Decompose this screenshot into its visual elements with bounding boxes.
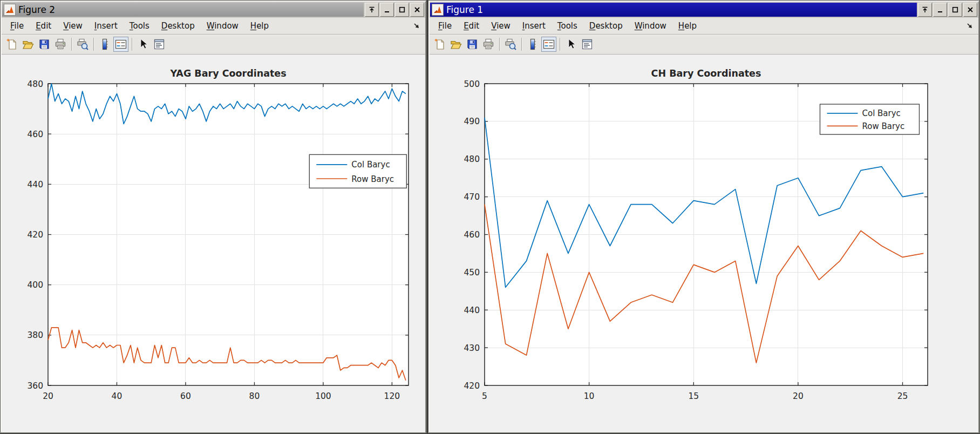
- toolbar-separator: [132, 38, 132, 51]
- menu-item-desktop[interactable]: Desktop: [583, 19, 629, 32]
- edit-plot-button[interactable]: [135, 37, 151, 52]
- save-figure-button[interactable]: [37, 37, 52, 52]
- y-tick-label: 360: [27, 381, 43, 391]
- y-tick-label: 450: [464, 268, 480, 277]
- matlab-logo-icon: [432, 4, 444, 16]
- menu-item-tools[interactable]: Tools: [124, 19, 155, 32]
- print-figure-button[interactable]: [481, 37, 496, 52]
- insert-colorbar-button[interactable]: [525, 37, 540, 52]
- new-figure-button[interactable]: [4, 37, 19, 52]
- menu-item-desktop[interactable]: Desktop: [155, 19, 201, 32]
- print-preview-icon: [76, 38, 89, 51]
- insert-colorbar-button[interactable]: [97, 37, 112, 52]
- y-tick-label: 440: [27, 180, 43, 189]
- yag-bary-chart: 20406080100120360380400420440460480YAG B…: [2, 55, 425, 431]
- figure1-titlebar[interactable]: Figure 1: [430, 2, 978, 18]
- x-tick-label: 25: [897, 391, 908, 401]
- figure1-title-area: Figure 1: [430, 3, 917, 17]
- menu-item-view[interactable]: View: [57, 19, 89, 32]
- property-inspector-button[interactable]: [152, 37, 167, 52]
- legend-label: Row Baryc: [351, 174, 394, 184]
- menu-item-window[interactable]: Window: [629, 19, 672, 32]
- figure2-titlebar[interactable]: Figure 2: [2, 2, 425, 18]
- roll-up-button[interactable]: [918, 3, 932, 17]
- close-icon: [967, 6, 974, 13]
- y-tick-label: 490: [464, 117, 480, 126]
- print-figure-button[interactable]: [53, 37, 68, 52]
- insert-legend-icon: [542, 38, 555, 51]
- print-figure-icon: [54, 38, 67, 51]
- x-tick-label: 80: [249, 391, 260, 401]
- toolbar-separator: [71, 38, 72, 51]
- y-tick-label: 380: [27, 330, 43, 340]
- open-file-icon: [450, 38, 462, 51]
- roll-up-icon: [368, 6, 376, 13]
- property-inspector-icon: [153, 38, 166, 51]
- ch-bary-chart: 510152025420430440450460470480490500CH B…: [430, 55, 978, 431]
- minimize-button[interactable]: [380, 3, 394, 17]
- roll-up-icon: [921, 6, 929, 13]
- print-preview-button[interactable]: [75, 37, 90, 52]
- menu-item-tools[interactable]: Tools: [552, 19, 583, 32]
- minimize-button[interactable]: [933, 3, 947, 17]
- close-button[interactable]: [963, 3, 977, 17]
- print-preview-button[interactable]: [503, 37, 518, 52]
- open-file-button[interactable]: [21, 37, 36, 52]
- window-title: Figure 1: [446, 3, 483, 17]
- toolbar-separator: [93, 38, 94, 51]
- menu-item-file[interactable]: File: [4, 19, 30, 32]
- dock-figure-icon[interactable]: [413, 22, 420, 30]
- matlab-logo-icon: [4, 4, 16, 16]
- menu-item-help[interactable]: Help: [244, 19, 275, 32]
- menu-item-insert[interactable]: Insert: [516, 19, 552, 32]
- toolbar-separator: [560, 38, 560, 51]
- edit-plot-icon: [137, 38, 149, 51]
- y-tick-label: 460: [464, 230, 480, 240]
- toolbar-separator: [499, 38, 500, 51]
- new-figure-icon: [433, 38, 446, 51]
- menu-item-file[interactable]: File: [432, 19, 458, 32]
- maximize-icon: [398, 6, 406, 13]
- x-tick-label: 60: [180, 391, 191, 401]
- open-file-icon: [22, 38, 35, 51]
- menu-item-help[interactable]: Help: [672, 19, 703, 32]
- x-tick-label: 120: [384, 391, 400, 401]
- insert-colorbar-icon: [98, 38, 111, 51]
- x-tick-label: 40: [112, 391, 122, 401]
- legend[interactable]: Col BarycRow Baryc: [820, 104, 919, 134]
- legend-label: Row Baryc: [862, 121, 904, 131]
- menu-item-edit[interactable]: Edit: [30, 19, 57, 32]
- property-inspector-button[interactable]: [580, 37, 595, 52]
- new-figure-button[interactable]: [432, 37, 447, 52]
- insert-colorbar-icon: [526, 38, 539, 51]
- insert-legend-icon: [114, 38, 127, 51]
- window-title: Figure 2: [18, 3, 55, 17]
- y-tick-label: 500: [464, 79, 480, 89]
- save-figure-button[interactable]: [465, 37, 480, 52]
- x-tick-label: 20: [793, 391, 804, 401]
- maximize-button[interactable]: [948, 3, 962, 17]
- open-file-button[interactable]: [448, 37, 464, 52]
- insert-legend-button[interactable]: [113, 37, 128, 52]
- menu-item-insert[interactable]: Insert: [89, 19, 124, 32]
- roll-up-button[interactable]: [365, 3, 379, 17]
- toolbar-separator: [521, 38, 522, 51]
- insert-legend-button[interactable]: [541, 37, 556, 52]
- figure2-window: Figure 2 FileEditViewInsertToolsDesktopW…: [1, 1, 426, 433]
- x-tick-label: 100: [315, 391, 331, 401]
- legend[interactable]: Col BarycRow Baryc: [309, 154, 406, 188]
- print-preview-icon: [504, 38, 517, 51]
- figure1-window: Figure 1 FileEditViewInsertToolsDesktopW…: [428, 1, 979, 433]
- y-tick-label: 400: [27, 280, 43, 290]
- menu-item-window[interactable]: Window: [201, 19, 244, 32]
- minimize-icon: [936, 6, 944, 13]
- menu-item-edit[interactable]: Edit: [458, 19, 485, 32]
- save-figure-icon: [38, 38, 51, 51]
- menu-item-view[interactable]: View: [485, 19, 516, 32]
- maximize-button[interactable]: [395, 3, 409, 17]
- legend-label: Col Baryc: [351, 160, 390, 169]
- y-tick-label: 430: [464, 343, 480, 353]
- dock-figure-icon[interactable]: [966, 22, 974, 30]
- edit-plot-button[interactable]: [563, 37, 579, 52]
- close-button[interactable]: [410, 3, 424, 17]
